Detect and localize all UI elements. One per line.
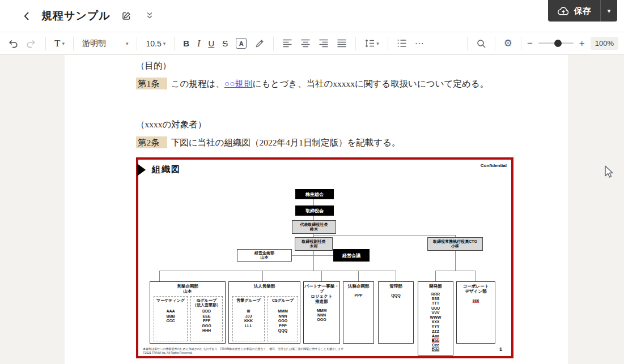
dept-development: 開発部 RRR SSS TTT UUU VVV WWW XXX YYY ZZZ …: [418, 281, 453, 356]
caret-down-icon: ▾: [62, 41, 65, 46]
org-chart-title: 組織図: [152, 164, 181, 175]
line-spacing-button[interactable]: ▾: [360, 36, 383, 50]
align-justify-icon: [337, 38, 347, 48]
back-chevron-icon: [22, 11, 32, 22]
connector-line: [396, 271, 396, 281]
font-size-select[interactable]: 10.5 ▾: [142, 37, 169, 50]
connector-line: [358, 271, 359, 281]
dept-members: QQQ: [379, 293, 413, 298]
group-name: CSグループ: [268, 297, 298, 309]
connector-line: [455, 251, 456, 271]
group-cs: CSグループ MMM NNN OOO PPP QQQ: [268, 296, 298, 341]
bold-button[interactable]: B: [179, 36, 193, 50]
group-members: AAA BBB CCC: [154, 309, 187, 324]
app-window: 規程サンプル: [0, 0, 624, 364]
doc-article-2: 第2条下図に当社の組織図（2022年4月1日制定版）を記載する。: [136, 137, 401, 149]
bold-icon: B: [183, 38, 189, 48]
dept-partner-project: パートナー事業・プ ロジェクト 推進部 MMM NNN OOO: [303, 281, 340, 344]
group-name: ISグループ （法人営業部）: [191, 297, 222, 309]
double-chevron-down-icon: [145, 11, 155, 21]
settings-button[interactable]: ⚙: [500, 35, 516, 52]
align-left-icon: [282, 38, 292, 48]
undo-button[interactable]: [3, 36, 22, 51]
align-left-button[interactable]: [278, 36, 296, 50]
dept-corporate-design: コーポレート デザイン部 eee: [456, 281, 495, 344]
search-button[interactable]: [472, 36, 490, 51]
dept-member-underlined: Ddd: [418, 348, 453, 352]
character-border-icon: A: [236, 38, 247, 49]
group-members: MMM NNN OOO PPP QQQ: [268, 309, 298, 333]
italic-button[interactable]: I: [193, 36, 204, 51]
dept-corporate-sales: 法人営業部 営業グループ III JJJ KKK LLL CSグループ MMM …: [228, 281, 300, 344]
page-title: 規程サンプル: [41, 8, 111, 23]
org-chart-image[interactable]: 組織図 Confidential 株主総会 取締役会 代表取締役社長 鈴木 取締…: [136, 157, 513, 358]
search-icon: [476, 38, 486, 49]
group-members: III JJJ KKK LLL: [233, 309, 264, 328]
article-2-label: 第2条: [136, 136, 167, 148]
font-size-value: 10.5: [146, 39, 161, 48]
toolbar-divider: [495, 37, 495, 50]
bullet-list-button[interactable]: [393, 36, 411, 50]
redo-button[interactable]: [22, 36, 41, 51]
back-button[interactable]: [19, 8, 35, 24]
article-1-text-before: この規程は、: [171, 79, 224, 88]
document-canvas: （目的） 第1条この規程は、○○規則にもとづき、当社のxxxxxに関する取扱いに…: [0, 55, 624, 364]
mouse-cursor: [602, 165, 615, 179]
dept-name: コーポレート デザイン部: [457, 282, 495, 294]
underline-icon: U: [208, 38, 214, 48]
save-button[interactable]: 保存: [548, 0, 600, 22]
dept-name: パートナー事業・プ ロジェクト 推進部: [304, 282, 339, 304]
group-marketing: マーケティング AAA BBB CCC: [154, 296, 188, 341]
dept-member-underlined: Ccc: [418, 343, 453, 348]
character-border-button[interactable]: A: [232, 36, 251, 51]
doc-heading-subject: （xxxxの対象者）: [136, 119, 206, 131]
document-page[interactable]: （目的） 第1条この規程は、○○規則にもとづき、当社のxxxxxに関する取扱いに…: [65, 55, 568, 364]
group-members: DDD EEE FFF GGG HHH: [191, 309, 222, 333]
group-sales: 営業グループ III JJJ KKK LLL: [232, 296, 265, 341]
italic-icon: I: [197, 38, 200, 49]
toolbar-divider: [467, 37, 468, 50]
font-family-select[interactable]: 游明朝 ▾: [78, 36, 133, 51]
zoom-out-button[interactable]: −: [526, 38, 534, 49]
align-center-button[interactable]: [296, 36, 315, 50]
underline-button[interactable]: U: [204, 36, 218, 50]
toolbar-divider: [388, 37, 388, 50]
connector-line: [475, 271, 476, 281]
dept-administration: 管理部 QQQ: [378, 281, 414, 344]
pencil-icon: [254, 38, 265, 49]
more-options-button[interactable]: ⋯: [411, 36, 428, 51]
rename-button[interactable]: [118, 8, 134, 24]
save-button-group: 保存 ▾: [548, 0, 617, 22]
dept-sales-planning: 営業企画部 山本 マーケティング AAA BBB CCC ISグループ （法人営…: [150, 281, 226, 344]
font-family-value: 游明朝: [82, 38, 124, 49]
save-dropdown-button[interactable]: ▾: [600, 0, 617, 22]
zoom-slider-handle[interactable]: [554, 40, 562, 47]
article-1-link[interactable]: ○○規則: [224, 79, 253, 88]
align-right-icon: [319, 38, 329, 48]
toolbar-divider: [45, 37, 46, 50]
bullet-list-icon: [397, 38, 407, 48]
align-justify-button[interactable]: [333, 36, 351, 50]
connector-line: [159, 271, 160, 281]
zoom-slider[interactable]: [538, 42, 574, 44]
align-center-icon: [300, 38, 311, 48]
dept-name: 営業企画部 山本: [150, 282, 225, 294]
dept-name: 法人営業部: [229, 282, 300, 289]
redo-icon: [26, 38, 37, 49]
dept-members: MMM NNN OOO: [304, 309, 339, 323]
zoom-in-button[interactable]: +: [578, 38, 586, 49]
highlight-pen-button[interactable]: [251, 36, 269, 51]
strikethrough-button[interactable]: S: [218, 36, 232, 50]
collapse-header-button[interactable]: [142, 8, 157, 23]
group-name: マーケティング: [154, 297, 187, 309]
connector-line: [455, 235, 456, 237]
connector-line: [435, 271, 475, 271]
toolbar-divider: [137, 37, 137, 50]
align-right-button[interactable]: [315, 36, 333, 50]
node-management-meeting: 経営会議: [333, 249, 370, 262]
dept-name: 法務企画部: [343, 282, 373, 289]
text-style-icon: T: [54, 38, 60, 49]
text-style-button[interactable]: T ▾: [50, 36, 69, 52]
toolbar-divider: [73, 37, 74, 50]
zoom-controls: − + 100%: [526, 37, 618, 50]
